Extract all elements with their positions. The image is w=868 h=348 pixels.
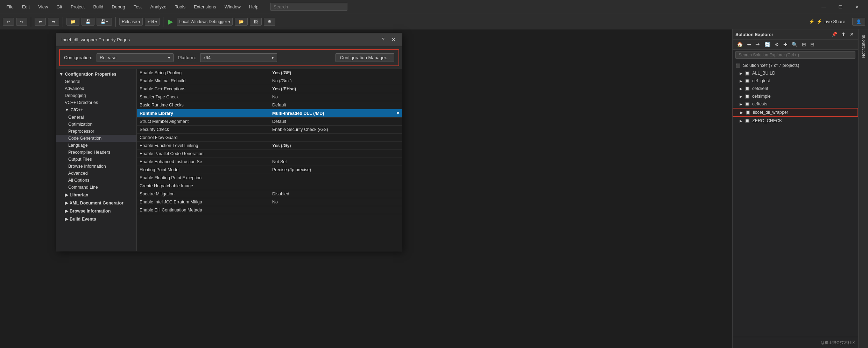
prop-value <box>269 182 402 190</box>
se-item-cefclient[interactable]: ▶ 🔲 cefclient <box>733 85 858 92</box>
solution-icon: ⬛ <box>735 63 741 68</box>
settings-button[interactable]: ⚙ <box>264 18 275 26</box>
tree-item-cpp-general[interactable]: General <box>56 114 136 121</box>
browse-button[interactable]: 📂 <box>235 18 248 26</box>
nav-back-button[interactable]: ⬅ <box>35 18 46 26</box>
se-filter-button[interactable]: 🔍 <box>790 41 799 48</box>
tree-item-general[interactable]: General <box>56 78 136 85</box>
se-settings-button[interactable]: ⚙ <box>773 41 781 48</box>
se-expand-all-button[interactable]: ⊞ <box>800 41 807 48</box>
table-row: Enable Minimal Rebuild No (/Gm-) <box>137 77 402 85</box>
tree-group-xml-doc[interactable]: ▶ XML Document Generator <box>56 199 136 207</box>
menu-item-extensions[interactable]: Extensions <box>190 3 220 11</box>
se-back-button[interactable]: ⬅ <box>746 41 753 48</box>
menu-item-view[interactable]: View <box>35 3 51 11</box>
menu-item-window[interactable]: Window <box>221 3 244 11</box>
menu-item-tools[interactable]: Tools <box>171 3 189 11</box>
table-row: Enable Parallel Code Generation <box>137 150 402 158</box>
table-row-runtime-library[interactable]: Runtime Library Multi-threaded DLL (/MD)… <box>137 109 402 118</box>
se-item-all-build[interactable]: ▶ 🔲 ALL_BUILD <box>733 69 858 77</box>
live-share-icon: ⚡ <box>809 19 814 24</box>
live-share-button[interactable]: ⚡ ⚡ Live Share <box>806 18 848 26</box>
se-forward-button[interactable]: ⮕ <box>754 41 762 48</box>
dialog-close-button[interactable]: ✕ <box>389 36 398 43</box>
table-row: Create Hotpatchable Image <box>137 182 402 190</box>
help-button[interactable]: ? <box>380 36 387 43</box>
menu-item-edit[interactable]: Edit <box>19 3 33 11</box>
save-all-button[interactable]: 💾+ <box>97 18 112 26</box>
minimize-button[interactable]: — <box>816 1 832 13</box>
open-file-button[interactable]: 📁 <box>66 18 79 26</box>
solution-explorer-search[interactable] <box>735 51 855 59</box>
tree-item-command-line[interactable]: Command Line <box>56 184 136 191</box>
menu-item-test[interactable]: Test <box>130 3 146 11</box>
tree-item-all-options[interactable]: All Options <box>56 177 136 184</box>
maximize-button[interactable]: ❐ <box>832 1 848 13</box>
chevron-down-icon: ▾ <box>271 55 274 60</box>
config-manager-button[interactable]: Configuration Manager... <box>336 53 394 62</box>
tree-root[interactable]: ▼ Configuration Properties <box>56 70 136 78</box>
tree-group-browse-info[interactable]: ▶ Browse Information <box>56 207 136 215</box>
prop-name: Enable EH Continuation Metada <box>137 206 269 214</box>
se-close-button[interactable]: ✕ <box>848 31 855 38</box>
tree-group-cpp[interactable]: ▼ C/C++ <box>56 106 136 114</box>
tree-group-build-events[interactable]: ▶ Build Events <box>56 215 136 223</box>
tree-item-vc-directories[interactable]: VC++ Directories <box>56 99 136 106</box>
se-header-controls: 📌 ⬆ ✕ <box>830 31 855 38</box>
tree-item-language[interactable]: Language <box>56 142 136 149</box>
platform-dropdown[interactable]: x64 <box>145 18 160 26</box>
platform-dropdown[interactable]: x64 ▾ <box>200 53 277 62</box>
config-dropdown[interactable]: Release <box>119 18 143 26</box>
tree-item-precompiled-headers[interactable]: Precompiled Headers <box>56 149 136 156</box>
menu-item-analyze[interactable]: Analyze <box>147 3 170 11</box>
se-item-cefsimple[interactable]: ▶ 🔲 cefsimple <box>733 92 858 100</box>
se-home-button[interactable]: 🏠 <box>735 41 744 48</box>
tree-item-preprocessor[interactable]: Preprocessor <box>56 128 136 135</box>
tree-panel: ▼ Configuration Properties General Advan… <box>56 69 137 251</box>
tree-item-advanced[interactable]: Advanced <box>56 85 136 92</box>
user-button[interactable]: 👤 <box>852 18 865 26</box>
menu-item-debug[interactable]: Debug <box>108 3 128 11</box>
chevron-down-icon: ▾ <box>397 111 399 116</box>
tree-item-debugging[interactable]: Debugging <box>56 92 136 99</box>
prop-name: Enable Intel JCC Erratum Mitiga <box>137 198 269 206</box>
save-button[interactable]: 💾 <box>82 18 94 26</box>
play-button[interactable]: ▶ <box>167 17 175 26</box>
undo-button[interactable]: ↩ <box>3 18 14 26</box>
menu-item-project[interactable]: Project <box>67 3 88 11</box>
solution-root[interactable]: ⬛ Solution 'cef' (7 of 7 projects) <box>733 62 858 69</box>
table-row: Enable String Pooling Yes (/GF) <box>137 69 402 77</box>
tree-item-output-files[interactable]: Output Files <box>56 156 136 163</box>
se-item-libcef-dll-wrapper[interactable]: ▶ 🔲 libcef_dll_wrapper <box>733 108 858 117</box>
menu-item-help[interactable]: Help <box>246 3 262 11</box>
se-item-zero-check[interactable]: ▶ 🔲 ZERO_CHECK <box>733 117 858 125</box>
solution-explorer: Solution Explorer 📌 ⬆ ✕ 🏠 ⬅ ⮕ 🔄 ⚙ ✚ 🔍 ⊞ … <box>732 29 858 348</box>
tree-item-optimization[interactable]: Optimization <box>56 121 136 128</box>
prop-name: Enable C++ Exceptions <box>137 85 269 93</box>
menu-item-git[interactable]: Git <box>53 3 66 11</box>
configuration-dropdown[interactable]: Release ▾ <box>97 53 174 62</box>
se-item-ceftests[interactable]: ▶ 🔲 ceftests <box>733 100 858 108</box>
runtime-library-dropdown[interactable]: Multi-threaded DLL (/MD) ▾ <box>272 111 399 116</box>
se-refresh-button[interactable]: 🔄 <box>763 41 772 48</box>
project-icon: 🔲 <box>744 86 750 91</box>
menu-item-file[interactable]: File <box>3 3 17 11</box>
se-collapse-all-button[interactable]: ⊟ <box>809 41 816 48</box>
notifications-label[interactable]: Notifications <box>860 32 867 61</box>
redo-button[interactable]: ↪ <box>16 18 27 26</box>
se-expand-button[interactable]: ⬆ <box>840 31 847 38</box>
close-button[interactable]: ✕ <box>849 1 865 13</box>
debugger-dropdown[interactable]: Local Windows Debugger <box>177 18 233 26</box>
nav-forward-button[interactable]: ➡ <box>48 18 59 26</box>
se-item-cef-gtest[interactable]: ▶ 🔲 cef_gtest <box>733 77 858 85</box>
tree-item-code-generation[interactable]: Code Generation <box>56 135 136 142</box>
screenshot-button[interactable]: 🖼 <box>250 18 262 26</box>
menu-search-input[interactable] <box>270 3 347 11</box>
tree-group-librarian[interactable]: ▶ Librarian <box>56 191 136 199</box>
tree-item-cpp-advanced[interactable]: Advanced <box>56 170 136 177</box>
menu-item-build[interactable]: Build <box>90 3 107 11</box>
tree-item-browse-information[interactable]: Browse Information <box>56 163 136 170</box>
se-pin-button[interactable]: 📌 <box>830 31 839 38</box>
expand-icon: ▶ <box>65 192 68 197</box>
se-new-button[interactable]: ✚ <box>782 41 789 48</box>
